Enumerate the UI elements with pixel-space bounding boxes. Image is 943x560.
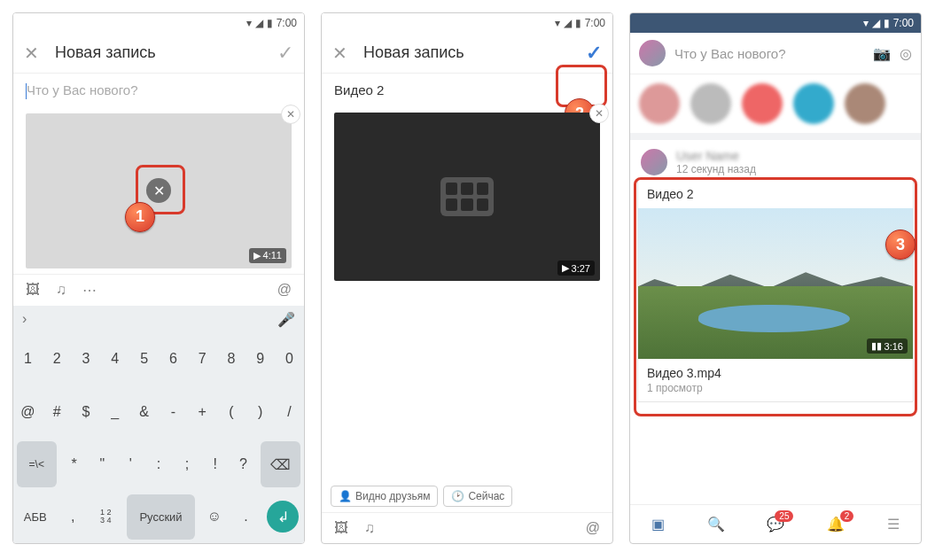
page-title: Новая запись <box>55 43 261 62</box>
key[interactable]: 3 <box>72 333 101 385</box>
mic-icon[interactable]: 🎤 <box>277 311 295 328</box>
compose-prompt[interactable]: Что у Вас нового? <box>674 46 864 61</box>
key[interactable]: @ <box>13 385 43 438</box>
signal-icon: ◢ <box>564 17 572 29</box>
backspace-key[interactable]: ⌫ <box>261 441 300 486</box>
key-abc[interactable]: АБВ <box>13 491 57 543</box>
remove-attachment-icon[interactable]: ✕ <box>281 105 300 124</box>
battery-icon: ▮ <box>575 17 581 29</box>
status-bar: ▾ ◢ ▮ 7:00 <box>322 13 612 33</box>
confirm-icon[interactable]: ✓ <box>277 42 293 65</box>
story-item[interactable] <box>639 83 680 124</box>
key[interactable]: 0 <box>275 333 304 385</box>
key[interactable]: ' <box>116 438 144 490</box>
camera-icon[interactable]: 📷 <box>873 45 891 62</box>
gallery-icon[interactable]: 🖼 <box>26 282 40 298</box>
story-item[interactable] <box>690 83 731 124</box>
cancel-upload-icon[interactable]: ✕ <box>146 178 171 203</box>
key[interactable]: _ <box>100 385 129 438</box>
key[interactable]: 4 <box>100 333 129 385</box>
gallery-icon[interactable]: 🖼 <box>334 520 348 536</box>
kb-nav-icon[interactable]: › <box>22 311 27 327</box>
story-item[interactable] <box>742 83 783 124</box>
live-icon[interactable]: ◎ <box>900 45 912 62</box>
key-lang[interactable]: Русский <box>127 494 196 540</box>
story-item[interactable] <box>793 83 834 124</box>
privacy-chip[interactable]: 👤Видно друзьям <box>331 486 438 507</box>
key[interactable]: 7 <box>188 333 217 385</box>
film-icon <box>440 177 494 216</box>
music-icon[interactable]: ♫ <box>364 520 375 536</box>
news-tab-icon[interactable]: ▣ <box>651 516 665 533</box>
kb-row-2: @#$_&-+()/ <box>13 385 304 438</box>
key[interactable]: 1 <box>13 333 43 385</box>
duration-badge: ▶ 3:27 <box>557 261 595 276</box>
key[interactable]: / <box>275 385 304 438</box>
more-icon[interactable]: ⋯ <box>82 282 97 299</box>
view-count: 1 просмотр <box>647 382 904 394</box>
key[interactable]: 5 <box>129 333 159 385</box>
mention-icon[interactable]: @ <box>586 520 600 536</box>
video-thumbnail[interactable]: ▮▮ 3:16 <box>638 208 913 359</box>
key[interactable]: & <box>129 385 159 438</box>
wifi-icon: ▾ <box>246 17 252 29</box>
notifications-tab-icon[interactable]: 🔔2 <box>827 516 845 533</box>
music-icon[interactable]: ♫ <box>56 282 66 298</box>
video-attachment[interactable]: ✕ ✕ 1 ▶ 4:11 <box>26 113 292 268</box>
key-sym[interactable]: =\< <box>17 441 57 486</box>
key-dot[interactable]: . <box>230 491 261 543</box>
video-attachment[interactable]: ✕ ▶ 3:27 <box>334 113 600 281</box>
key-emoji[interactable]: ☺ <box>199 491 230 543</box>
post-header: User Name 12 секунд назад <box>630 140 921 179</box>
key[interactable]: 9 <box>245 333 275 385</box>
mention-icon[interactable]: @ <box>277 282 292 298</box>
story-item[interactable] <box>845 83 885 124</box>
battery-icon: ▮ <box>884 17 890 29</box>
key[interactable]: + <box>188 385 217 438</box>
post-author-avatar[interactable] <box>641 149 667 175</box>
key[interactable]: ; <box>173 438 201 490</box>
keyboard: › 🎤 1234567890 @#$_&-+()/ =\< *"':;!?⌫ А… <box>13 306 304 543</box>
search-tab-icon[interactable]: 🔍 <box>707 516 725 533</box>
key-comma[interactable]: , <box>57 491 88 543</box>
kb-row-1: 1234567890 <box>13 333 304 385</box>
menu-tab-icon[interactable]: ☰ <box>887 516 900 533</box>
key[interactable]: 8 <box>217 333 246 385</box>
messages-tab-icon[interactable]: 💬25 <box>767 516 784 533</box>
key-enter[interactable]: ↲ <box>267 501 299 533</box>
app-bar: ✕ Новая запись ✓ <box>322 33 612 74</box>
key[interactable]: * <box>60 438 89 490</box>
key[interactable]: 2 <box>43 333 72 385</box>
confirm-icon[interactable]: ✓ <box>586 42 602 65</box>
key-numpad[interactable]: 1 23 4 <box>89 491 123 543</box>
key[interactable]: : <box>144 438 173 490</box>
clock: 7:00 <box>585 17 605 29</box>
close-icon[interactable]: ✕ <box>24 43 39 64</box>
key[interactable]: 6 <box>159 333 188 385</box>
post-text-input[interactable]: Что у Вас нового? <box>13 74 304 108</box>
signal-icon: ◢ <box>255 17 263 29</box>
wifi-icon: ▾ <box>555 17 560 29</box>
screen-3: ▾ ◢ ▮ 7:00 Что у Вас нового? 📷 ◎ User Na… <box>629 12 922 544</box>
key[interactable]: ? <box>230 438 258 490</box>
schedule-chip[interactable]: 🕑Сейчас <box>443 486 512 507</box>
kb-row-3: =\< *"':;!?⌫ <box>13 438 304 490</box>
key[interactable]: # <box>43 385 72 438</box>
callout-badge-3: 3 <box>885 229 916 260</box>
video-post-card[interactable]: Видео 2 ▮▮ 3:16 Видео 3.mp4 1 просмотр <box>637 179 914 402</box>
key[interactable]: ( <box>217 385 246 438</box>
key[interactable]: - <box>159 385 188 438</box>
key[interactable]: ) <box>245 385 275 438</box>
screen-2: ▾ ◢ ▮ 7:00 ✕ Новая запись ✓ 2 Видео 2 ✕ … <box>321 12 613 544</box>
person-icon: 👤 <box>339 490 352 502</box>
remove-attachment-icon[interactable]: ✕ <box>589 104 609 123</box>
notif-badge: 2 <box>840 510 854 522</box>
key[interactable]: ! <box>201 438 230 490</box>
signal-icon: ◢ <box>872 17 880 29</box>
close-icon[interactable]: ✕ <box>332 43 347 64</box>
post-author-name[interactable]: User Name <box>676 149 756 163</box>
messages-badge: 25 <box>775 510 793 522</box>
key[interactable]: $ <box>72 385 101 438</box>
user-avatar[interactable] <box>639 40 666 66</box>
key[interactable]: " <box>88 438 116 490</box>
